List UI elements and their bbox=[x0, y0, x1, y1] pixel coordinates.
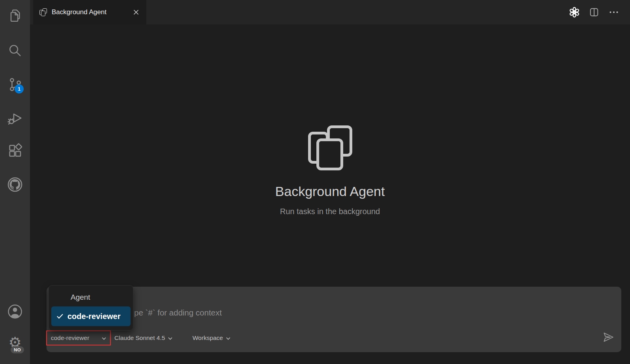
model-selector[interactable]: Claude Sonnet 4.5 bbox=[114, 330, 172, 345]
agent-menu: Agent code-reviewer bbox=[49, 285, 133, 330]
more-actions-icon[interactable] bbox=[608, 6, 620, 18]
workspace-selector-label: Workspace bbox=[193, 334, 223, 342]
source-control-icon[interactable]: 1 bbox=[0, 73, 30, 95]
agent-menu-item-code-reviewer[interactable]: code-reviewer bbox=[51, 306, 131, 326]
activity-bar: 1 bbox=[0, 0, 30, 364]
tab-background-agent[interactable]: Background Agent bbox=[33, 0, 146, 24]
explorer-icon[interactable] bbox=[0, 6, 30, 28]
editor-group: Background Agent bbox=[30, 0, 630, 364]
chevron-down-icon bbox=[226, 337, 230, 340]
check-icon bbox=[57, 314, 63, 319]
chevron-down-icon bbox=[168, 337, 172, 340]
background-agent-panel: Background Agent Run tasks in the backgr… bbox=[30, 24, 630, 364]
source-control-badge: 1 bbox=[15, 84, 24, 93]
tab-title: Background Agent bbox=[52, 8, 128, 16]
send-icon[interactable] bbox=[602, 331, 615, 343]
chevron-down-icon bbox=[102, 337, 106, 340]
background-agent-tab-icon bbox=[39, 8, 48, 17]
model-selector-label: Claude Sonnet 4.5 bbox=[114, 334, 165, 342]
background-agent-hero-icon bbox=[308, 125, 352, 170]
split-editor-icon[interactable] bbox=[588, 6, 600, 18]
run-debug-icon[interactable] bbox=[0, 107, 30, 129]
task-input-placeholder: pe `#` for adding context bbox=[134, 308, 222, 317]
agent-selector-label: code-reviewer bbox=[51, 334, 89, 342]
tab-strip: Background Agent bbox=[30, 0, 630, 24]
editor-actions bbox=[568, 0, 630, 24]
hero-subtitle: Run tasks in the background bbox=[30, 207, 630, 216]
hero-title: Background Agent bbox=[30, 184, 630, 199]
hero: Background Agent Run tasks in the backgr… bbox=[30, 125, 630, 216]
vscode-window: 1 bbox=[0, 0, 630, 364]
github-icon[interactable] bbox=[0, 174, 30, 196]
extensions-icon[interactable] bbox=[0, 140, 30, 162]
tab-close-icon[interactable] bbox=[131, 7, 141, 17]
agent-menu-item-agent[interactable]: Agent bbox=[51, 288, 131, 306]
settings-badge: NO bbox=[11, 346, 24, 353]
openai-logo-icon[interactable] bbox=[568, 6, 580, 18]
agent-selector[interactable]: code-reviewer bbox=[46, 330, 111, 345]
account-icon[interactable] bbox=[0, 301, 30, 323]
workspace-selector[interactable]: Workspace bbox=[193, 330, 230, 345]
search-icon[interactable] bbox=[0, 39, 30, 62]
